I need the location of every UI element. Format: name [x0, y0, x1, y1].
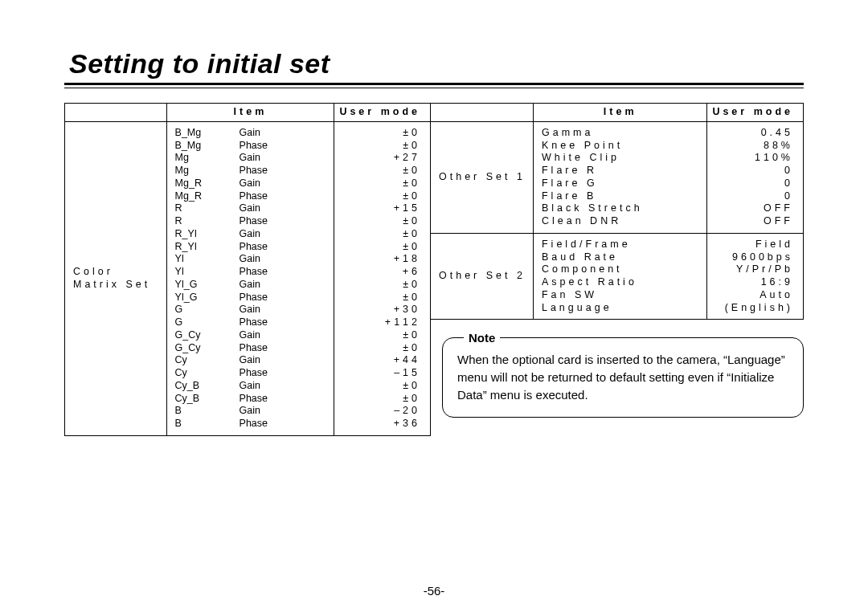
item-sub: Phase — [240, 292, 268, 304]
item-key: R — [175, 215, 240, 228]
item-value: OFF — [715, 215, 793, 228]
item-sub: Phase — [240, 165, 268, 177]
item-key: G — [175, 304, 240, 316]
item-key: Mg — [175, 165, 240, 177]
item-row: Knee Point — [542, 140, 698, 153]
item-value: ±0 — [342, 177, 420, 190]
item-value: 110% — [715, 152, 793, 165]
item-row: Cy_BGain — [175, 380, 326, 393]
table-header-row: Item User mode — [431, 104, 804, 122]
item-sub: Phase — [240, 215, 268, 228]
item-value: 16:9 — [715, 276, 793, 289]
vals-cell: 0.4588%110%000OFFOFF — [707, 121, 804, 233]
item-value: Auto — [715, 289, 793, 302]
item-row: Fan SW — [542, 289, 698, 302]
item-row: Cy_BPhase — [175, 393, 326, 406]
item-row: Black Stretch — [542, 202, 698, 215]
table-row: Other Set 2 Field/FrameBaud RateComponen… — [431, 233, 804, 320]
header-blank — [65, 104, 167, 122]
item-sub: Phase — [240, 418, 268, 430]
content: Item User mode ColorMatrix Set B_MgGainB… — [64, 103, 804, 436]
item-row: Yl_GPhase — [175, 292, 326, 304]
item-row: Aspect Ratio — [542, 276, 698, 289]
item-value: ±0 — [342, 140, 420, 153]
item-value: ±0 — [342, 228, 420, 241]
item-value: ±0 — [342, 393, 420, 406]
item-sub: Phase — [240, 266, 268, 279]
table-row: ColorMatrix Set B_MgGainB_MgPhaseMgGainM… — [65, 121, 431, 435]
item-row: CyGain — [175, 354, 326, 367]
item-row: GGain — [175, 304, 326, 316]
note-label: Note — [464, 329, 500, 347]
item-row: R_YlGain — [175, 228, 326, 241]
item-key: G_Cy — [175, 342, 240, 355]
item-value: +30 — [342, 304, 420, 316]
item-key: Cy — [175, 354, 240, 367]
item-value: ±0 — [342, 190, 420, 203]
item-key: Yl — [175, 266, 240, 279]
group-label: Other Set 2 — [439, 270, 526, 283]
item-sub: Gain — [240, 228, 260, 241]
item-sub: Phase — [240, 393, 268, 406]
note-box: Note When the optional card is inserted … — [442, 337, 804, 417]
item-row: G_CyGain — [175, 329, 326, 342]
item-sub: Gain — [240, 127, 260, 140]
item-key: Cy_B — [175, 393, 240, 406]
item-row: Mg_RGain — [175, 177, 326, 190]
item-row: MgGain — [175, 152, 326, 165]
item-value: ±0 — [342, 329, 420, 342]
item-value: ±0 — [342, 279, 420, 292]
item-row: Component — [542, 263, 698, 276]
item-row: Clean DNR — [542, 215, 698, 228]
item-value: +27 — [342, 152, 420, 165]
group-line: Color — [73, 266, 160, 279]
item-row: Mg_RPhase — [175, 190, 326, 203]
item-sub: Gain — [240, 304, 260, 316]
page-title: Setting to initial set — [64, 48, 804, 80]
item-row: Baud Rate — [542, 251, 698, 264]
item-key: R_Yl — [175, 241, 240, 254]
item-value: ±0 — [342, 241, 420, 254]
item-row: Field/Frame — [542, 239, 698, 251]
item-value: +15 — [342, 202, 420, 215]
item-sub: Gain — [240, 380, 260, 393]
vals-cell: ±0±0+27±0±0±0+15±0±0±0+18+6±0±0+30+112±0… — [334, 121, 431, 435]
item-row: MgPhase — [175, 165, 326, 177]
item-value: (English) — [715, 302, 793, 315]
item-row: YlPhase — [175, 266, 326, 279]
item-value: ±0 — [342, 380, 420, 393]
item-value: –15 — [342, 367, 420, 380]
item-sub: Phase — [240, 342, 268, 355]
item-row: RGain — [175, 202, 326, 215]
item-value: +36 — [342, 418, 420, 430]
item-value: ±0 — [342, 127, 420, 140]
item-value: ±0 — [342, 342, 420, 355]
item-value: +18 — [342, 253, 420, 266]
item-row: YlGain — [175, 253, 326, 266]
page: Setting to initial set Item User mode Co… — [0, 0, 868, 612]
item-sub: Gain — [240, 202, 260, 215]
item-key: Mg_R — [175, 177, 240, 190]
header-item: Item — [166, 104, 334, 122]
item-row: BPhase — [175, 418, 326, 430]
item-value: +44 — [342, 354, 420, 367]
right-column: Item User mode Other Set 1 GammaKnee Poi… — [431, 103, 804, 436]
item-sub: Phase — [240, 190, 268, 203]
group-line: Matrix Set — [73, 279, 160, 292]
item-key: B — [175, 418, 240, 430]
item-sub: Phase — [240, 316, 268, 329]
group-label: ColorMatrix Set — [73, 266, 160, 292]
item-value: 0 — [715, 165, 793, 177]
right-table: Item User mode Other Set 1 GammaKnee Poi… — [430, 103, 804, 320]
item-row: Language — [542, 302, 698, 315]
item-row: White Clip — [542, 152, 698, 165]
item-value: 88% — [715, 140, 793, 153]
item-key: G_Cy — [175, 329, 240, 342]
vals-cell: Field9600bpsY/Pr/Pb16:9Auto(English) — [707, 233, 804, 320]
group-cell: Other Set 2 — [431, 233, 534, 320]
items-cell: GammaKnee PointWhite ClipFlare RFlare GF… — [533, 121, 706, 233]
title-rule — [64, 83, 804, 88]
item-row: G_CyPhase — [175, 342, 326, 355]
item-sub: Gain — [240, 253, 260, 266]
item-key: B — [175, 405, 240, 418]
